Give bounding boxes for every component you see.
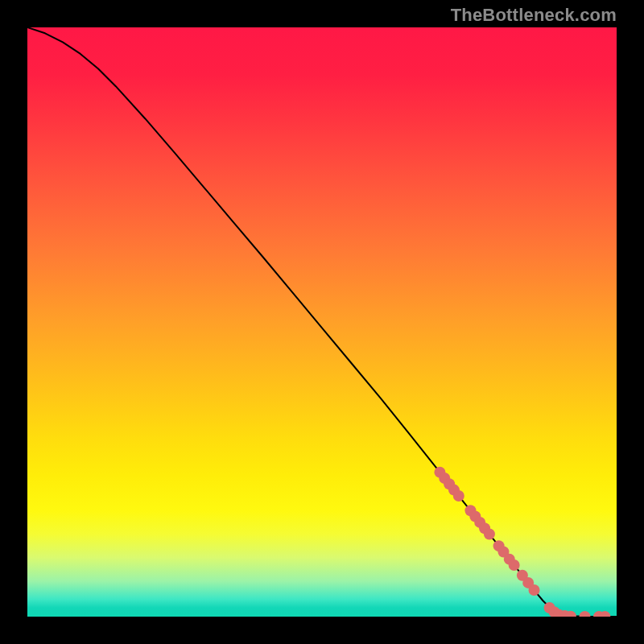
marker-point <box>453 490 464 502</box>
chart-overlay <box>27 27 617 617</box>
watermark-label: TheBottleneck.com <box>451 5 617 26</box>
marker-point <box>484 529 495 540</box>
chart-stage: TheBottleneck.com <box>0 0 644 644</box>
plot-area <box>27 27 617 617</box>
bottleneck-curve <box>27 27 617 617</box>
marker-point <box>579 611 590 617</box>
highlighted-points <box>434 467 610 617</box>
marker-point <box>509 559 520 571</box>
marker-point <box>529 584 540 596</box>
